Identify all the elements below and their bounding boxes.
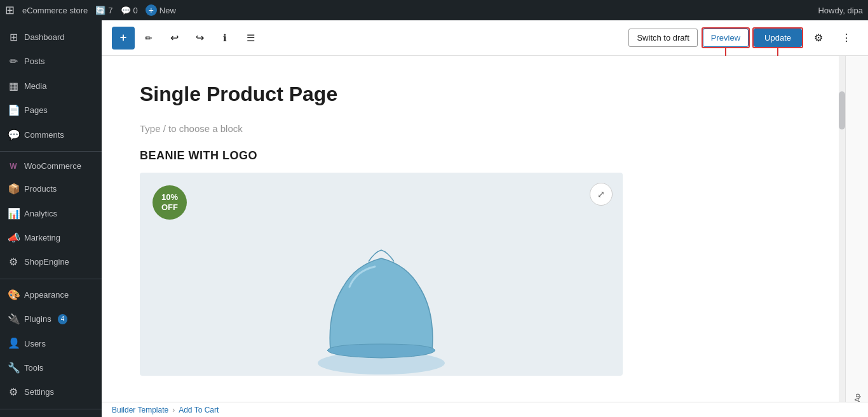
user-greeting: Howdy, dipa <box>818 6 863 15</box>
wp-logo[interactable]: ⊞ <box>5 3 15 17</box>
comments-item[interactable]: 💬 0 <box>121 6 138 15</box>
editor-area: + ✏ ↩ ↪ ℹ ☰ Switch to draft Preview 2 <box>102 20 868 417</box>
expand-button[interactable]: ⤢ <box>590 183 613 206</box>
editor-content[interactable]: Single Product Page Type / to choose a b… <box>102 56 839 402</box>
sidebar-item-comments[interactable]: 💬 Comments <box>0 123 102 147</box>
edit-button[interactable]: ✏ <box>137 27 160 50</box>
right-panel-stub: Ap <box>845 56 868 402</box>
top-bar: ⊞ eCommerce store 🔄 7 💬 0 + New Howdy, d… <box>0 0 868 20</box>
switch-to-draft-button[interactable]: Switch to draft <box>628 29 697 47</box>
sidebar-item-dashboard[interactable]: ⊞ Dashboard <box>0 25 102 50</box>
right-panel-label: Ap <box>853 388 861 402</box>
sidebar-item-products[interactable]: 📦 Products <box>0 177 102 201</box>
appearance-icon: 🎨 <box>8 288 19 302</box>
sidebar-item-users[interactable]: 👤 Users <box>0 331 102 355</box>
list-view-button[interactable]: ☰ <box>239 27 262 50</box>
scrollbar[interactable] <box>839 56 845 402</box>
scrollbar-thumb[interactable] <box>839 91 845 129</box>
undo-button[interactable]: ↩ <box>163 27 186 50</box>
dashboard-icon: ⊞ <box>8 30 19 44</box>
add-block-button[interactable]: + <box>112 27 135 50</box>
sidebar-item-appearance[interactable]: 🎨 Appearance <box>0 283 102 307</box>
update-wrapper: Update 1 <box>754 29 802 47</box>
redo-button[interactable]: ↪ <box>188 27 211 50</box>
beanie-illustration <box>292 223 470 376</box>
products-icon: 📦 <box>8 182 19 196</box>
sidebar-item-posts[interactable]: ✏ Posts <box>0 50 102 74</box>
sidebar-item-collapse[interactable]: ◀ Collapse menu <box>0 413 102 417</box>
preview-wrapper: Preview 2 <box>703 29 749 47</box>
editor-toolbar: + ✏ ↩ ↪ ℹ ☰ Switch to draft Preview 2 <box>102 20 868 56</box>
shopengine-icon: ⚙ <box>8 255 19 269</box>
sidebar-item-woocommerce[interactable]: W WooCommerce <box>0 156 102 177</box>
main-layout: ⊞ Dashboard ✏ Posts ▦ Media 📄 Pages 💬 Co… <box>0 20 868 417</box>
settings-gear-button[interactable]: ⚙ <box>807 27 830 50</box>
preview-button[interactable]: Preview <box>703 29 749 47</box>
sidebar-item-marketing[interactable]: 📣 Marketing <box>0 226 102 250</box>
toolbar-right: Switch to draft Preview 2 Update <box>628 27 858 50</box>
breadcrumb-current[interactable]: Add To Cart <box>179 406 219 414</box>
new-plus-icon: + <box>146 4 157 16</box>
breadcrumb-parent[interactable]: Builder Template <box>112 406 168 414</box>
plugins-badge: 4 <box>58 314 68 324</box>
editor-content-area: Single Product Page Type / to choose a b… <box>102 56 868 402</box>
updates-item[interactable]: 🔄 7 <box>95 6 112 15</box>
pages-icon: 📄 <box>8 103 19 117</box>
breadcrumb-chevron: › <box>172 406 175 414</box>
sidebar-item-settings[interactable]: ⚙ Settings <box>0 380 102 404</box>
info-button[interactable]: ℹ <box>214 27 236 50</box>
users-icon: 👤 <box>8 336 19 350</box>
marketing-icon: 📣 <box>8 231 19 245</box>
sidebar-item-pages[interactable]: 📄 Pages <box>0 98 102 122</box>
product-title: BEANIE WITH LOGO <box>140 149 801 162</box>
site-name[interactable]: eCommerce store <box>22 6 88 15</box>
more-options-button[interactable]: ⋮ <box>835 27 858 50</box>
sidebar-item-shopengine[interactable]: ⚙ ShopEngine <box>0 250 102 274</box>
media-icon: ▦ <box>8 79 19 93</box>
posts-icon: ✏ <box>8 55 19 69</box>
updates-icon: 🔄 <box>95 6 105 15</box>
sidebar-item-tools[interactable]: 🔧 Tools <box>0 356 102 380</box>
sidebar-item-media[interactable]: ▦ Media <box>0 74 102 98</box>
comments-icon: 💬 <box>121 6 131 15</box>
sidebar-item-analytics[interactable]: 📊 Analytics <box>0 202 102 226</box>
sidebar: ⊞ Dashboard ✏ Posts ▦ Media 📄 Pages 💬 Co… <box>0 20 102 417</box>
block-placeholder: Type / to choose a block <box>140 123 801 134</box>
update-button[interactable]: Update <box>754 29 802 47</box>
plugins-icon: 🔌 <box>8 312 19 326</box>
product-image: 10% OFF ⤢ <box>140 173 623 376</box>
discount-badge: 10% OFF <box>153 185 187 220</box>
new-item[interactable]: + New <box>146 4 176 16</box>
bottom-bar: Builder Template › Add To Cart <box>102 402 868 417</box>
sidebar-item-plugins[interactable]: 🔌 Plugins 4 <box>0 307 102 331</box>
tools-icon: 🔧 <box>8 361 19 375</box>
woo-icon: W <box>8 161 19 172</box>
comments-icon: 💬 <box>8 128 19 142</box>
analytics-icon: 📊 <box>8 207 19 221</box>
settings-icon: ⚙ <box>8 385 19 399</box>
page-title: Single Product Page <box>140 81 801 108</box>
